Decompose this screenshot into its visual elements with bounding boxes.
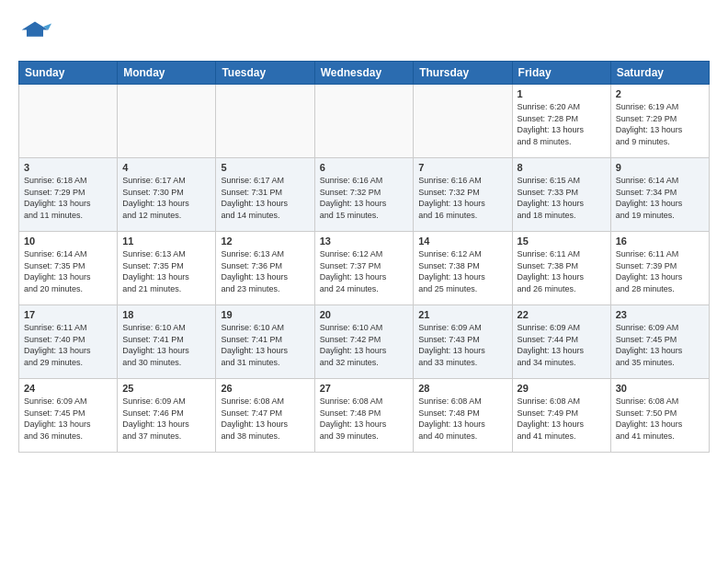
day-number: 6 — [320, 162, 409, 173]
calendar-cell: 2Sunrise: 6:19 AM Sunset: 7:29 PM Daylig… — [610, 85, 709, 158]
day-info: Sunrise: 6:08 AM Sunset: 7:49 PM Dayligh… — [518, 396, 606, 442]
day-info: Sunrise: 6:15 AM Sunset: 7:33 PM Dayligh… — [518, 175, 606, 221]
weekday-header-monday: Monday — [118, 62, 216, 85]
day-info: Sunrise: 6:10 AM Sunset: 7:42 PM Dayligh… — [320, 322, 409, 368]
day-info: Sunrise: 6:09 AM Sunset: 7:45 PM Dayligh… — [616, 322, 704, 368]
week-row-4: 17Sunrise: 6:11 AM Sunset: 7:40 PM Dayli… — [19, 305, 710, 379]
day-info: Sunrise: 6:12 AM Sunset: 7:38 PM Dayligh… — [418, 248, 506, 294]
day-info: Sunrise: 6:20 AM Sunset: 7:28 PM Dayligh… — [518, 101, 606, 147]
day-info: Sunrise: 6:08 AM Sunset: 7:50 PM Dayligh… — [616, 396, 704, 442]
weekday-header-saturday: Saturday — [610, 62, 709, 85]
day-number: 5 — [221, 162, 309, 173]
day-number: 4 — [122, 162, 210, 173]
calendar-cell: 12Sunrise: 6:13 AM Sunset: 7:36 PM Dayli… — [216, 232, 314, 305]
calendar-cell: 28Sunrise: 6:08 AM Sunset: 7:48 PM Dayli… — [414, 379, 512, 453]
calendar-cell — [19, 85, 118, 158]
weekday-header-row: SundayMondayTuesdayWednesdayThursdayFrid… — [19, 62, 710, 85]
day-info: Sunrise: 6:19 AM Sunset: 7:29 PM Dayligh… — [616, 101, 704, 147]
day-number: 10 — [24, 236, 112, 247]
day-number: 25 — [122, 383, 210, 394]
day-info: Sunrise: 6:08 AM Sunset: 7:47 PM Dayligh… — [221, 396, 309, 442]
logo — [18, 18, 53, 52]
day-number: 11 — [122, 236, 210, 247]
calendar-cell: 17Sunrise: 6:11 AM Sunset: 7:40 PM Dayli… — [19, 305, 118, 379]
calendar-cell: 1Sunrise: 6:20 AM Sunset: 7:28 PM Daylig… — [512, 85, 610, 158]
calendar-cell: 15Sunrise: 6:11 AM Sunset: 7:38 PM Dayli… — [512, 232, 610, 305]
day-number: 15 — [518, 236, 606, 247]
page: SundayMondayTuesdayWednesdayThursdayFrid… — [0, 0, 728, 467]
calendar-cell: 4Sunrise: 6:17 AM Sunset: 7:30 PM Daylig… — [118, 158, 216, 232]
calendar-cell: 19Sunrise: 6:10 AM Sunset: 7:41 PM Dayli… — [216, 305, 314, 379]
day-number: 26 — [221, 383, 309, 394]
day-number: 18 — [122, 309, 210, 320]
calendar-cell: 9Sunrise: 6:14 AM Sunset: 7:34 PM Daylig… — [610, 158, 709, 232]
day-info: Sunrise: 6:11 AM Sunset: 7:40 PM Dayligh… — [24, 322, 112, 368]
calendar-cell: 25Sunrise: 6:09 AM Sunset: 7:46 PM Dayli… — [118, 379, 216, 453]
day-info: Sunrise: 6:14 AM Sunset: 7:35 PM Dayligh… — [24, 248, 112, 294]
day-info: Sunrise: 6:10 AM Sunset: 7:41 PM Dayligh… — [122, 322, 210, 368]
logo-icon — [18, 18, 51, 52]
day-number: 7 — [418, 162, 506, 173]
calendar-cell: 16Sunrise: 6:11 AM Sunset: 7:39 PM Dayli… — [610, 232, 709, 305]
calendar-cell: 22Sunrise: 6:09 AM Sunset: 7:44 PM Dayli… — [512, 305, 610, 379]
day-number: 23 — [616, 309, 704, 320]
weekday-header-tuesday: Tuesday — [216, 62, 314, 85]
day-info: Sunrise: 6:16 AM Sunset: 7:32 PM Dayligh… — [320, 175, 409, 221]
day-info: Sunrise: 6:09 AM Sunset: 7:43 PM Dayligh… — [418, 322, 506, 368]
calendar-cell: 20Sunrise: 6:10 AM Sunset: 7:42 PM Dayli… — [314, 305, 414, 379]
day-info: Sunrise: 6:12 AM Sunset: 7:37 PM Dayligh… — [320, 248, 409, 294]
calendar-cell: 29Sunrise: 6:08 AM Sunset: 7:49 PM Dayli… — [512, 379, 610, 453]
day-info: Sunrise: 6:18 AM Sunset: 7:29 PM Dayligh… — [24, 175, 112, 221]
calendar-cell — [314, 85, 414, 158]
day-number: 13 — [320, 236, 409, 247]
calendar-cell: 23Sunrise: 6:09 AM Sunset: 7:45 PM Dayli… — [610, 305, 709, 379]
weekday-header-friday: Friday — [512, 62, 610, 85]
weekday-header-thursday: Thursday — [414, 62, 512, 85]
day-number: 17 — [24, 309, 112, 320]
day-info: Sunrise: 6:13 AM Sunset: 7:35 PM Dayligh… — [122, 248, 210, 294]
calendar-cell: 11Sunrise: 6:13 AM Sunset: 7:35 PM Dayli… — [118, 232, 216, 305]
week-row-3: 10Sunrise: 6:14 AM Sunset: 7:35 PM Dayli… — [19, 232, 710, 305]
weekday-header-wednesday: Wednesday — [314, 62, 414, 85]
week-row-5: 24Sunrise: 6:09 AM Sunset: 7:45 PM Dayli… — [19, 379, 710, 453]
day-info: Sunrise: 6:17 AM Sunset: 7:31 PM Dayligh… — [221, 175, 309, 221]
day-number: 1 — [518, 88, 606, 99]
day-number: 19 — [221, 309, 309, 320]
svg-marker-0 — [22, 22, 49, 37]
day-info: Sunrise: 6:17 AM Sunset: 7:30 PM Dayligh… — [122, 175, 210, 221]
calendar-cell: 3Sunrise: 6:18 AM Sunset: 7:29 PM Daylig… — [19, 158, 118, 232]
weekday-header-sunday: Sunday — [19, 62, 118, 85]
calendar-cell: 7Sunrise: 6:16 AM Sunset: 7:32 PM Daylig… — [414, 158, 512, 232]
day-number: 2 — [616, 88, 704, 99]
calendar-cell — [216, 85, 314, 158]
calendar-cell: 14Sunrise: 6:12 AM Sunset: 7:38 PM Dayli… — [414, 232, 512, 305]
day-number: 3 — [24, 162, 112, 173]
day-info: Sunrise: 6:10 AM Sunset: 7:41 PM Dayligh… — [221, 322, 309, 368]
day-number: 9 — [616, 162, 704, 173]
calendar-cell: 30Sunrise: 6:08 AM Sunset: 7:50 PM Dayli… — [610, 379, 709, 453]
day-info: Sunrise: 6:14 AM Sunset: 7:34 PM Dayligh… — [616, 175, 704, 221]
calendar-cell: 13Sunrise: 6:12 AM Sunset: 7:37 PM Dayli… — [314, 232, 414, 305]
day-number: 16 — [616, 236, 704, 247]
day-number: 30 — [616, 383, 704, 394]
day-number: 27 — [320, 383, 409, 394]
calendar-cell: 18Sunrise: 6:10 AM Sunset: 7:41 PM Dayli… — [118, 305, 216, 379]
calendar-cell: 24Sunrise: 6:09 AM Sunset: 7:45 PM Dayli… — [19, 379, 118, 453]
day-number: 8 — [518, 162, 606, 173]
day-info: Sunrise: 6:09 AM Sunset: 7:46 PM Dayligh… — [122, 396, 210, 442]
day-number: 14 — [418, 236, 506, 247]
day-info: Sunrise: 6:16 AM Sunset: 7:32 PM Dayligh… — [418, 175, 506, 221]
week-row-1: 1Sunrise: 6:20 AM Sunset: 7:28 PM Daylig… — [19, 85, 710, 158]
day-number: 29 — [518, 383, 606, 394]
day-info: Sunrise: 6:09 AM Sunset: 7:44 PM Dayligh… — [518, 322, 606, 368]
week-row-2: 3Sunrise: 6:18 AM Sunset: 7:29 PM Daylig… — [19, 158, 710, 232]
calendar-cell: 10Sunrise: 6:14 AM Sunset: 7:35 PM Dayli… — [19, 232, 118, 305]
day-info: Sunrise: 6:08 AM Sunset: 7:48 PM Dayligh… — [320, 396, 409, 442]
day-info: Sunrise: 6:11 AM Sunset: 7:39 PM Dayligh… — [616, 248, 704, 294]
day-info: Sunrise: 6:08 AM Sunset: 7:48 PM Dayligh… — [418, 396, 506, 442]
calendar-cell: 27Sunrise: 6:08 AM Sunset: 7:48 PM Dayli… — [314, 379, 414, 453]
calendar-cell: 21Sunrise: 6:09 AM Sunset: 7:43 PM Dayli… — [414, 305, 512, 379]
day-number: 28 — [418, 383, 506, 394]
calendar-cell: 6Sunrise: 6:16 AM Sunset: 7:32 PM Daylig… — [314, 158, 414, 232]
day-number: 22 — [518, 309, 606, 320]
